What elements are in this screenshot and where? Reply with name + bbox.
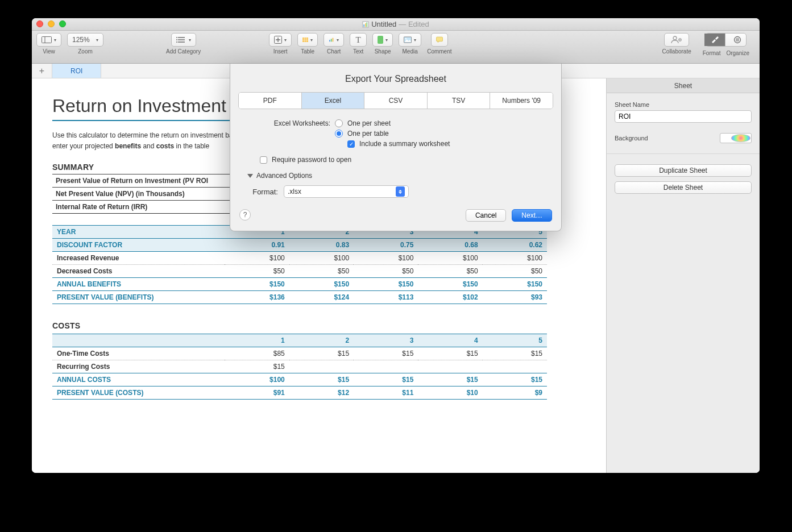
export-dialog: Export Your Spreadsheet PDF Excel CSV TS… bbox=[230, 64, 562, 231]
table-button[interactable]: ▾ bbox=[297, 33, 318, 47]
chart-button[interactable]: ▾ bbox=[324, 33, 344, 47]
minimize-window-button[interactable] bbox=[48, 20, 55, 27]
excel-worksheets-label: Excel Worksheets: bbox=[251, 119, 330, 127]
table-row: 1 2 3 4 5 bbox=[52, 334, 547, 347]
zoom-window-button[interactable] bbox=[59, 20, 66, 27]
zoom-value: 125% bbox=[72, 36, 90, 44]
chevron-down-icon: ▾ bbox=[284, 38, 287, 43]
media-icon bbox=[404, 36, 412, 44]
tab-pdf[interactable]: PDF bbox=[239, 93, 302, 109]
text-icon: T bbox=[356, 35, 361, 45]
format-select-label: Format: bbox=[247, 188, 278, 196]
document-icon bbox=[362, 21, 369, 28]
svg-point-26 bbox=[673, 36, 677, 40]
chevron-down-icon: ▾ bbox=[189, 38, 191, 43]
format-label: Format bbox=[703, 50, 721, 56]
disclosure-triangle-icon bbox=[247, 174, 253, 178]
paintbrush-icon bbox=[710, 36, 719, 44]
svg-point-9 bbox=[176, 37, 177, 38]
checkbox-include-summary-label: Include a summary worksheet bbox=[359, 140, 450, 148]
duplicate-sheet-button[interactable]: Duplicate Sheet bbox=[615, 164, 752, 177]
checkbox-require-password[interactable] bbox=[260, 156, 267, 164]
svg-rect-20 bbox=[329, 40, 330, 41]
radio-one-per-table[interactable] bbox=[335, 130, 343, 138]
titlebar: Untitled — Edited bbox=[32, 18, 760, 31]
text-button[interactable]: T bbox=[350, 33, 367, 47]
media-button[interactable]: ▾ bbox=[399, 33, 421, 47]
insert-label: Insert bbox=[273, 48, 288, 55]
svg-rect-25 bbox=[436, 37, 442, 41]
table-row: DISCOUNT FACTOR 0.91 0.83 0.75 0.68 0.62 bbox=[52, 239, 547, 252]
chevron-down-icon: ▾ bbox=[414, 38, 416, 43]
chevron-down-icon: ▾ bbox=[96, 38, 98, 43]
tab-csv[interactable]: CSV bbox=[364, 93, 428, 109]
sheet-name-input[interactable] bbox=[615, 110, 752, 123]
svg-rect-4 bbox=[42, 37, 52, 43]
tab-tsv[interactable]: TSV bbox=[428, 93, 491, 109]
table-row: PRESENT VALUE (COSTS) $91 $12 $11 $10 $9 bbox=[52, 386, 547, 400]
costs-heading: COSTS bbox=[52, 321, 586, 330]
sheet-name-label: Sheet Name bbox=[615, 101, 752, 108]
insert-button[interactable]: ▾ bbox=[269, 33, 292, 47]
collaborate-label: Collaborate bbox=[662, 48, 691, 55]
plus-box-icon bbox=[274, 36, 282, 44]
shape-label: Shape bbox=[375, 48, 391, 55]
format-select[interactable]: .xlsx bbox=[284, 185, 409, 198]
color-swatch bbox=[720, 134, 731, 143]
svg-rect-22 bbox=[333, 38, 334, 42]
tab-numbers09[interactable]: Numbers '09 bbox=[490, 93, 553, 109]
collaborate-button[interactable] bbox=[664, 33, 689, 47]
shape-button[interactable]: ▾ bbox=[372, 33, 393, 47]
delete-sheet-button[interactable]: Delete Sheet bbox=[615, 181, 752, 194]
chevron-down-icon: ▾ bbox=[310, 38, 313, 43]
organize-icon bbox=[733, 36, 741, 44]
document-title: Untitled bbox=[371, 20, 396, 28]
chevron-down-icon: ▾ bbox=[54, 38, 56, 43]
view-menu-button[interactable]: ▾ bbox=[36, 33, 61, 47]
organize-button[interactable] bbox=[728, 34, 747, 46]
media-label: Media bbox=[403, 48, 418, 55]
benefits-table[interactable]: YEAR 1 2 3 4 5 DISCOUNT FACTOR 0.91 0.83… bbox=[52, 225, 547, 304]
background-color-well[interactable] bbox=[720, 133, 752, 143]
close-window-button[interactable] bbox=[36, 20, 43, 27]
table-row: Recurring Costs $15 bbox=[52, 360, 547, 373]
zoom-label: Zoom bbox=[78, 48, 93, 55]
next-button[interactable]: Next… bbox=[512, 209, 552, 222]
format-organize-segment bbox=[706, 33, 747, 47]
table-label: Table bbox=[301, 48, 314, 55]
tab-excel[interactable]: Excel bbox=[302, 93, 365, 109]
select-chevron-icon bbox=[396, 186, 405, 197]
svg-rect-2 bbox=[365, 23, 366, 27]
chart-icon bbox=[329, 36, 334, 44]
zoom-menu-button[interactable]: 125% ▾ bbox=[67, 33, 103, 47]
inspector-pane-title[interactable]: Sheet bbox=[607, 78, 760, 93]
svg-point-24 bbox=[405, 38, 407, 39]
svg-rect-3 bbox=[367, 22, 368, 27]
export-dialog-title: Export Your Spreadsheet bbox=[230, 74, 561, 84]
help-button[interactable]: ? bbox=[239, 209, 251, 221]
checkbox-require-password-label: Require password to open bbox=[272, 156, 351, 164]
radio-one-per-sheet[interactable] bbox=[335, 119, 343, 127]
color-picker-icon[interactable] bbox=[731, 134, 750, 142]
add-category-button[interactable]: ▾ bbox=[171, 33, 196, 47]
organize-label: Organize bbox=[726, 50, 749, 56]
view-label: View bbox=[43, 48, 55, 55]
toolbar: ▾ View 125% ▾ Zoom ▾ Add Category ▾ bbox=[32, 31, 760, 64]
chart-label: Chart bbox=[327, 48, 341, 55]
comment-icon bbox=[436, 36, 443, 44]
radio-one-per-sheet-label: One per sheet bbox=[347, 119, 391, 127]
table-row: Decreased Costs $50 $50 $50 $50 $50 bbox=[52, 265, 547, 278]
costs-table[interactable]: 1 2 3 4 5 One-Time Costs $85 $15 $15 $15… bbox=[52, 334, 547, 400]
format-button[interactable] bbox=[704, 34, 725, 46]
sheet-tab-roi[interactable]: ROI bbox=[52, 64, 101, 78]
window-title: Untitled — Edited bbox=[362, 20, 429, 28]
svg-rect-15 bbox=[302, 38, 308, 42]
radio-one-per-table-label: One per table bbox=[347, 130, 389, 138]
table-row: ANNUAL COSTS $100 $15 $15 $15 $15 bbox=[52, 373, 547, 386]
comment-button[interactable] bbox=[431, 33, 448, 47]
add-category-label: Add Category bbox=[166, 48, 201, 55]
checkbox-include-summary[interactable]: ✓ bbox=[347, 140, 355, 148]
advanced-options-disclosure[interactable]: Advanced Options bbox=[247, 172, 561, 180]
add-sheet-button[interactable]: + bbox=[32, 64, 52, 78]
cancel-button[interactable]: Cancel bbox=[466, 209, 506, 222]
